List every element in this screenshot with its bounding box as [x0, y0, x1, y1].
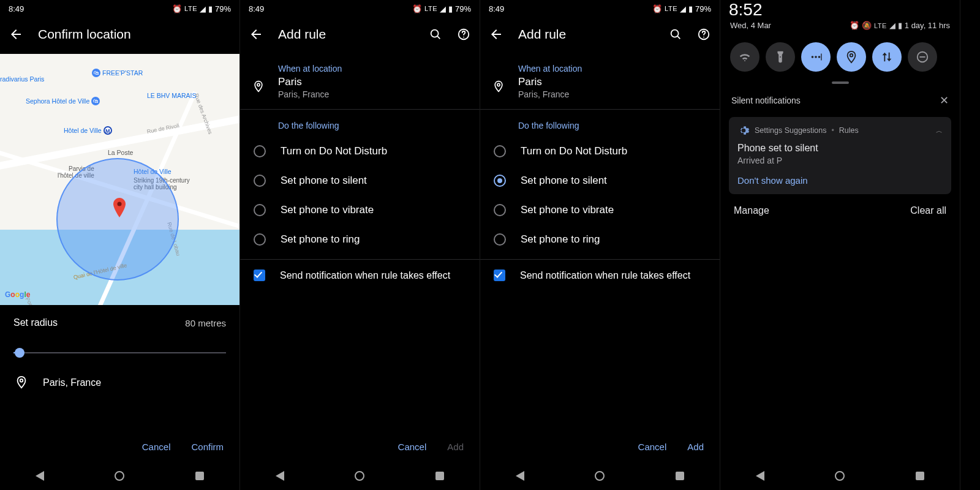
back-arrow-icon[interactable]: [247, 26, 265, 43]
manage-button[interactable]: Manage: [734, 205, 769, 216]
radius-value: 80 metres: [185, 318, 226, 328]
nav-home-icon[interactable]: [115, 471, 124, 481]
screen-notification-shade: 8:52 Wed, 4 Mar ⏰ 🔕 LTE ◢ ▮ 1 day, 11 hr…: [720, 0, 960, 490]
notification-body: Arrived at P: [737, 156, 943, 165]
map-poi[interactable]: 🛍FREE'P'STAR: [92, 69, 143, 77]
svg-point-0: [118, 202, 122, 206]
option-vibrate[interactable]: Set phone to vibrate: [240, 195, 480, 225]
app-bar: Add rule: [480, 17, 720, 54]
silent-header-label: Silent notifications: [731, 96, 801, 105]
qs-flashlight[interactable]: [766, 42, 795, 72]
map-poi[interactable]: Hôtel de VilleM: [64, 126, 112, 135]
option-silent[interactable]: Set phone to silent: [240, 166, 480, 195]
radio-icon: [254, 204, 266, 216]
nav-home-icon[interactable]: [355, 471, 364, 481]
close-icon[interactable]: ✕: [940, 94, 949, 107]
svg-point-6: [257, 83, 260, 86]
svg-point-1: [20, 379, 23, 382]
nav-recents-icon[interactable]: [676, 472, 684, 480]
option-label: Set phone to silent: [281, 175, 367, 187]
cancel-button[interactable]: Cancel: [638, 442, 667, 452]
alarm-icon: ⏰: [850, 21, 859, 30]
notify-label: Send notification when rule takes effect: [520, 270, 690, 281]
when-label: When at location: [518, 64, 706, 74]
location-pin-icon: [15, 374, 28, 392]
radio-icon: [254, 233, 266, 246]
location-row[interactable]: Paris, France: [13, 371, 226, 394]
battery-estimate: 1 day, 11 hrs: [905, 21, 950, 30]
android-nav-bar: [240, 462, 480, 490]
option-label: Set phone to vibrate: [521, 204, 614, 216]
nav-back-icon[interactable]: [516, 471, 524, 481]
page-title: Add rule: [518, 27, 566, 42]
search-icon[interactable]: [427, 26, 444, 43]
nav-back-icon[interactable]: [276, 471, 284, 481]
option-ring[interactable]: Set phone to ring: [240, 225, 480, 254]
back-arrow-icon[interactable]: [488, 26, 505, 43]
svg-point-7: [671, 30, 679, 37]
notify-label: Send notification when rule takes effect: [280, 270, 450, 281]
qs-more[interactable]: [801, 42, 831, 72]
cancel-button[interactable]: Cancel: [398, 442, 427, 452]
back-arrow-icon[interactable]: [7, 26, 24, 43]
map-poi[interactable]: La Poste: [108, 149, 133, 156]
clear-all-button[interactable]: Clear all: [910, 205, 946, 216]
battery-pct: 79%: [455, 4, 471, 13]
nav-recents-icon[interactable]: [916, 472, 924, 480]
nav-back-icon[interactable]: [36, 471, 44, 481]
nav-back-icon[interactable]: [756, 471, 764, 481]
battery-icon: ▮: [898, 21, 902, 30]
location-text: Paris, France: [43, 377, 101, 388]
page-title: Add rule: [278, 27, 326, 42]
nav-recents-icon[interactable]: [195, 472, 204, 480]
shade-drag-handle[interactable]: [832, 81, 849, 84]
option-vibrate[interactable]: Set phone to vibrate: [480, 195, 720, 225]
cancel-button[interactable]: Cancel: [142, 442, 171, 452]
option-label: Set phone to vibrate: [281, 204, 374, 216]
map-poi[interactable]: radivarius Paris: [0, 75, 44, 83]
add-button[interactable]: Add: [687, 442, 704, 452]
nav-home-icon[interactable]: [595, 471, 605, 481]
option-silent[interactable]: Set phone to silent: [480, 166, 720, 195]
notify-checkbox-row[interactable]: Send notification when rule takes effect: [480, 259, 720, 291]
option-label: Set phone to silent: [521, 175, 607, 187]
map-poi[interactable]: Sephora Hôtel de Ville🛍: [26, 97, 100, 105]
option-ring[interactable]: Set phone to ring: [480, 225, 720, 254]
map-poi[interactable]: LE BHV MARAIS: [147, 92, 197, 99]
rule-location-summary[interactable]: When at location Paris Paris, France: [240, 54, 480, 110]
confirm-button[interactable]: Confirm: [191, 442, 224, 452]
notify-checkbox-row[interactable]: Send notification when rule takes effect: [240, 259, 480, 291]
help-icon[interactable]: [455, 26, 472, 43]
svg-point-2: [431, 30, 439, 37]
shade-date: Wed, 4 Mar: [730, 21, 771, 30]
status-bar: 8:49 ⏰ LTE ◢ ▮ 79%: [240, 0, 480, 17]
map-pin-icon[interactable]: [112, 198, 127, 213]
notification-app-name: Settings Suggestions: [755, 126, 826, 135]
qs-data[interactable]: [872, 42, 902, 72]
svg-line-8: [677, 36, 680, 39]
help-icon[interactable]: [695, 26, 712, 43]
rule-location-summary[interactable]: When at location Paris Paris, France: [480, 54, 720, 110]
radius-slider[interactable]: [13, 345, 226, 360]
option-label: Set phone to ring: [281, 233, 360, 246]
option-dnd[interactable]: Turn on Do Not Disturb: [480, 137, 720, 166]
option-dnd[interactable]: Turn on Do Not Disturb: [240, 137, 480, 166]
search-icon[interactable]: [667, 26, 684, 43]
nav-home-icon[interactable]: [835, 471, 845, 481]
notification-action[interactable]: Don't show again: [737, 175, 943, 186]
svg-point-11: [497, 83, 500, 86]
chevron-up-icon[interactable]: ︿: [936, 126, 943, 135]
notification-card[interactable]: Settings Suggestions • Rules ︿ Phone set…: [729, 117, 951, 194]
qs-location[interactable]: [837, 42, 866, 72]
notification-title: Phone set to silent: [737, 143, 943, 154]
screen-confirm-location: 8:49 ⏰ LTE ◢ ▮ 79% Confirm location Rue …: [0, 0, 240, 490]
battery-pct: 79%: [215, 4, 231, 13]
map-view[interactable]: Rue de Rivoli Rue des Archives Rue de Lo…: [0, 54, 239, 305]
svg-line-3: [437, 36, 440, 39]
qs-wifi[interactable]: [730, 42, 760, 72]
radio-icon: [494, 175, 506, 187]
qs-dnd[interactable]: [908, 42, 937, 72]
nav-recents-icon[interactable]: [435, 472, 444, 480]
add-button[interactable]: Add: [447, 442, 464, 452]
footer-buttons: Cancel Add: [638, 442, 704, 452]
